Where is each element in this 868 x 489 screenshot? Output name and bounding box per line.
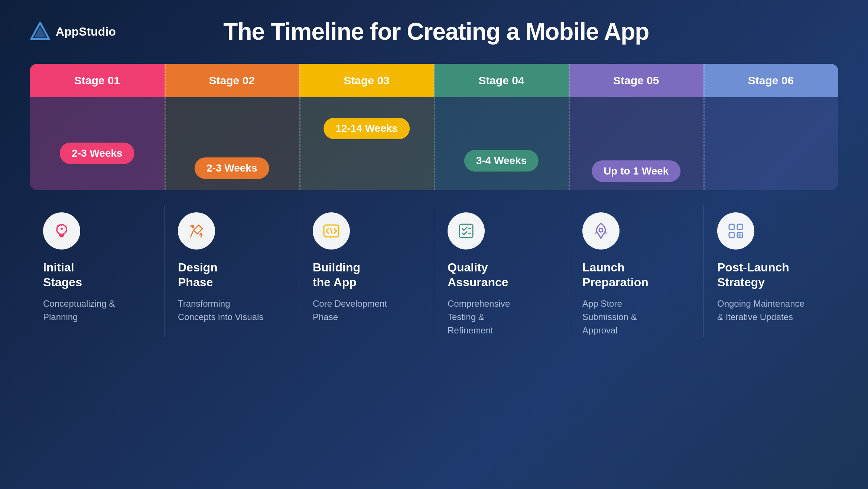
card-initial: InitialStages Conceptualizing &Planning	[30, 205, 165, 337]
card-qa-desc: ComprehensiveTesting &Refinement	[448, 297, 555, 337]
stage-02-header: Stage 02	[165, 64, 299, 97]
checklist-icon	[456, 221, 476, 241]
card-building-desc: Core DevelopmentPhase	[313, 297, 420, 324]
stage-05-body: Up to 1 Week	[569, 97, 703, 190]
stage-04-header: Stage 04	[434, 64, 569, 97]
svg-rect-18	[729, 232, 734, 238]
card-building-title: Buildingthe App	[313, 260, 420, 290]
main-title: The Timeline for Creating a Mobile App	[116, 18, 757, 45]
icon-circle-building	[313, 212, 350, 250]
card-qa: QualityAssurance ComprehensiveTesting &R…	[434, 205, 569, 337]
stage-02-body: 2-3 Weeks	[165, 97, 299, 190]
stage-03-body: 12-14 Weeks	[299, 97, 434, 190]
svg-line-11	[331, 229, 332, 233]
stage-01-header: Stage 01	[30, 64, 165, 97]
stage-block-02: Stage 02 2-3 Weeks	[165, 64, 299, 190]
duration-pill-05: Up to 1 Week	[592, 160, 680, 182]
duration-pill-01: 2-3 Weeks	[60, 143, 134, 164]
header: AppStudio The Timeline for Creating a Mo…	[0, 0, 868, 56]
icon-circle-launch	[582, 212, 620, 250]
svg-line-8	[65, 226, 66, 227]
icon-circle-design	[178, 212, 215, 250]
card-launch: LaunchPreparation App StoreSubmission &A…	[569, 205, 704, 337]
svg-point-5	[61, 228, 63, 230]
dashed-divider-05	[569, 64, 570, 190]
bulb-icon	[52, 221, 71, 241]
wrench-icon	[187, 221, 206, 241]
card-launch-title: LaunchPreparation	[582, 260, 690, 290]
card-design-desc: TransformingConcepts into Visuals	[178, 297, 286, 324]
stage-04-body: 3-4 Weeks	[434, 97, 569, 190]
svg-line-7	[57, 226, 58, 227]
card-initial-title: InitialStages	[43, 260, 151, 290]
icon-circle-qa	[448, 212, 485, 250]
timeline-section: Stage 01 2-3 Weeks Stage 02 2-3 Weeks St…	[30, 64, 838, 190]
stage-block-05: Stage 05 Up to 1 Week	[569, 64, 703, 190]
code-icon	[322, 221, 341, 241]
dashed-divider-03	[299, 64, 300, 190]
svg-line-9	[191, 230, 194, 237]
stage-06-header: Stage 06	[703, 64, 838, 97]
card-design-title: DesignPhase	[178, 260, 286, 290]
stage-03-header: Stage 03	[299, 64, 434, 97]
card-launch-desc: App StoreSubmission &Approval	[582, 297, 690, 337]
duration-pill-03: 12-14 Weeks	[324, 118, 410, 139]
stage-block-06: Stage 06	[703, 64, 838, 190]
grid-icon	[726, 221, 745, 241]
cards-section: InitialStages Conceptualizing &Planning …	[30, 205, 838, 337]
svg-rect-12	[459, 224, 473, 238]
card-design: DesignPhase TransformingConcepts into Vi…	[165, 205, 299, 337]
dashed-divider-06	[703, 64, 705, 190]
stage-06-body	[703, 97, 838, 190]
dashed-divider-04	[434, 64, 435, 190]
card-postlaunch-desc: Ongoing Maintenance& Iterative Updates	[717, 297, 825, 324]
dashed-divider-02	[165, 64, 166, 190]
stage-block-03: Stage 03 12-14 Weeks	[299, 64, 434, 190]
card-building: Buildingthe App Core DevelopmentPhase	[299, 205, 434, 337]
stage-05-header: Stage 05	[569, 64, 703, 97]
stage-block-04: Stage 04 3-4 Weeks	[434, 64, 569, 190]
card-qa-title: QualityAssurance	[448, 260, 555, 290]
card-postlaunch-title: Post-LaunchStrategy	[717, 260, 825, 290]
svg-rect-16	[729, 224, 734, 229]
icon-circle-postlaunch	[717, 212, 754, 250]
logo-text: AppStudio	[56, 25, 116, 39]
rocket-icon	[591, 221, 611, 241]
logo-icon	[30, 21, 51, 42]
duration-pill-04: 3-4 Weeks	[464, 150, 539, 172]
svg-point-15	[599, 228, 603, 232]
card-postlaunch: Post-LaunchStrategy Ongoing Maintenance&…	[704, 205, 838, 337]
logo-area: AppStudio	[30, 21, 116, 42]
icon-circle-initial	[43, 212, 80, 250]
svg-rect-17	[737, 224, 742, 229]
duration-pill-02: 2-3 Weeks	[195, 157, 269, 179]
stage-01-body: 2-3 Weeks	[30, 97, 165, 190]
stage-block-01: Stage 01 2-3 Weeks	[30, 64, 165, 190]
card-initial-desc: Conceptualizing &Planning	[43, 297, 151, 324]
